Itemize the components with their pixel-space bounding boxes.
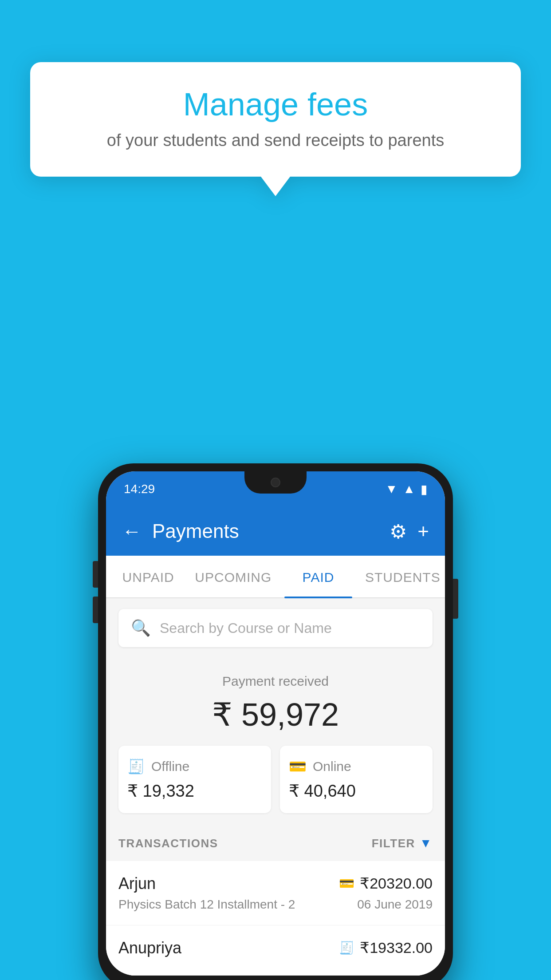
transaction-date: 06 June 2019 <box>357 897 433 912</box>
wifi-icon: ▼ <box>386 482 398 496</box>
offline-label: Offline <box>151 759 189 774</box>
online-payment-card: 💳 Online ₹ 40,640 <box>280 746 433 813</box>
tab-paid[interactable]: PAID <box>276 556 360 597</box>
search-input[interactable]: Search by Course or Name <box>160 620 332 636</box>
offline-payment-card: 🧾 Offline ₹ 19,332 <box>118 746 271 813</box>
add-icon[interactable]: + <box>417 520 429 542</box>
signal-icon: ▲ <box>403 482 415 496</box>
phone-screen: 14:29 ▼ ▲ ▮ ← Payments ⚙ + UNPAID <box>106 471 445 976</box>
volume-up-button <box>93 561 98 588</box>
power-button <box>453 579 458 619</box>
online-card-header: 💳 Online <box>289 758 424 775</box>
camera-dot <box>271 478 280 487</box>
search-bar[interactable]: 🔍 Search by Course or Name <box>118 609 433 647</box>
transaction-row[interactable]: Arjun 💳 ₹20320.00 Physics Batch 12 Insta… <box>106 861 445 925</box>
transaction-amount-wrap: 🧾 ₹19332.00 <box>339 939 433 956</box>
card-payment-icon: 💳 <box>339 876 354 891</box>
search-container: 🔍 Search by Course or Name <box>106 598 445 658</box>
offline-amount: ₹ 19,332 <box>127 781 262 801</box>
camera-notch <box>244 471 307 494</box>
transaction-row[interactable]: Anupriya 🧾 ₹19332.00 <box>106 925 445 976</box>
volume-down-button <box>93 597 98 623</box>
transaction-amount: ₹19332.00 <box>360 939 433 956</box>
transaction-top: Anupriya 🧾 ₹19332.00 <box>118 939 433 957</box>
tab-bar: UNPAID UPCOMING PAID STUDENTS <box>106 556 445 598</box>
header-actions: ⚙ + <box>390 520 429 543</box>
status-time: 14:29 <box>124 482 155 496</box>
transactions-header: TRANSACTIONS FILTER ▼ <box>106 826 445 861</box>
payment-total-amount: ₹ 59,972 <box>118 696 433 733</box>
filter-label: FILTER <box>372 837 415 850</box>
tab-unpaid[interactable]: UNPAID <box>106 556 190 597</box>
online-amount: ₹ 40,640 <box>289 781 424 801</box>
tooltip-bubble: Manage fees of your students and send re… <box>30 62 521 177</box>
tab-upcoming[interactable]: UPCOMING <box>190 556 276 597</box>
tooltip-subtitle: of your students and send receipts to pa… <box>57 131 494 150</box>
online-label: Online <box>313 759 351 774</box>
status-bar: 14:29 ▼ ▲ ▮ <box>106 471 445 507</box>
transactions-label: TRANSACTIONS <box>118 837 218 850</box>
transaction-amount-wrap: 💳 ₹20320.00 <box>339 874 433 892</box>
transaction-course: Physics Batch 12 Installment - 2 <box>118 897 295 912</box>
tab-students[interactable]: STUDENTS <box>361 556 445 597</box>
payment-received-label: Payment received <box>118 674 433 689</box>
header-title: Payments <box>152 520 379 542</box>
payment-cards: 🧾 Offline ₹ 19,332 💳 Online ₹ 40,640 <box>118 746 433 813</box>
tooltip-title: Manage fees <box>57 87 494 122</box>
transaction-top: Arjun 💳 ₹20320.00 <box>118 874 433 893</box>
search-icon: 🔍 <box>131 619 151 637</box>
transaction-bottom: Physics Batch 12 Installment - 2 06 June… <box>118 897 433 912</box>
battery-icon: ▮ <box>421 482 427 497</box>
filter-icon: ▼ <box>420 836 433 850</box>
cash-payment-icon: 🧾 <box>339 940 354 955</box>
back-button[interactable]: ← <box>122 520 142 542</box>
payment-received-section: Payment received ₹ 59,972 🧾 Offline ₹ 19… <box>106 658 445 826</box>
transaction-name: Arjun <box>118 874 156 893</box>
filter-button[interactable]: FILTER ▼ <box>372 836 433 850</box>
phone-frame: 14:29 ▼ ▲ ▮ ← Payments ⚙ + UNPAID <box>98 463 453 980</box>
online-icon: 💳 <box>289 758 307 775</box>
offline-icon: 🧾 <box>127 758 145 775</box>
offline-card-header: 🧾 Offline <box>127 758 262 775</box>
settings-icon[interactable]: ⚙ <box>390 520 407 543</box>
status-icons: ▼ ▲ ▮ <box>386 482 427 497</box>
transaction-name: Anupriya <box>118 939 181 957</box>
app-header: ← Payments ⚙ + <box>106 507 445 556</box>
transaction-amount: ₹20320.00 <box>360 874 433 892</box>
